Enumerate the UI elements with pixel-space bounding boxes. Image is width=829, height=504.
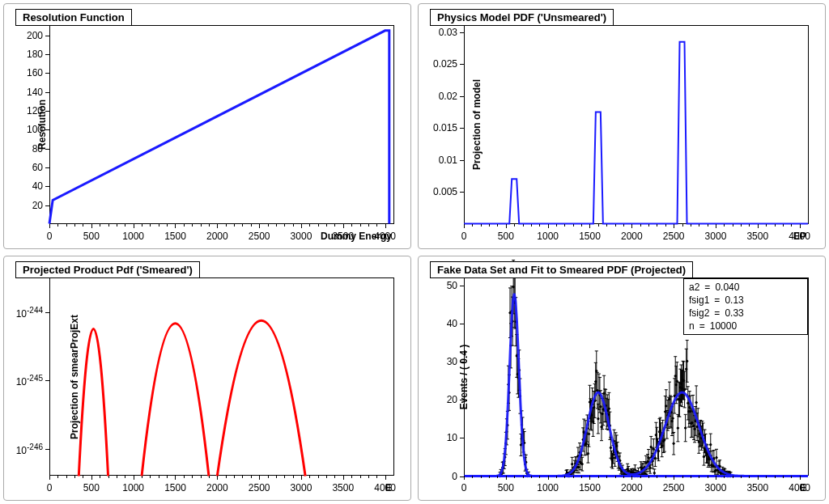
x-tick-label: 1500 [164,231,186,242]
x-tick-label: 4000 [374,231,396,242]
eq-icon: = [704,281,710,294]
x-tick-label: 2000 [206,482,228,493]
y-tick-label: 10-245 [16,374,43,388]
pad-resolution: Resolution Function Dummy Energy Resolut… [3,3,411,249]
stat-val-fsig1: 0.13 [725,294,743,307]
y-tick-label: 10-244 [16,305,43,319]
svg-point-711 [684,426,686,428]
stat-key-n: n [689,320,695,332]
curve-smeared [49,278,393,476]
x-tick-label: 3000 [705,482,727,493]
svg-point-675 [677,426,678,428]
svg-point-287 [596,370,597,371]
plot-area-physics: EP Projection of model 05001000150020002… [464,25,809,224]
x-tick-label: 1500 [164,482,186,493]
x-tick-label: 0 [461,482,467,493]
x-tick-label: 1000 [122,231,144,242]
x-tick-label: 3500 [746,482,768,493]
x-tick-label: 2000 [621,482,643,493]
eq-icon: = [699,320,705,332]
y-tick-label: 20 [447,394,457,405]
pad-fit: Fake Data Set and Fit to Smeared PDF (Pr… [418,256,826,502]
svg-point-103 [520,443,521,445]
stat-key-fsig1: fsig1 [689,294,709,307]
x-tick-label: 3500 [332,231,354,242]
stat-val-fsig2: 0.33 [725,307,743,320]
x-tick-label: 500 [498,482,514,493]
x-tick-label: 1000 [537,231,559,242]
x-tick-label: 500 [83,482,100,493]
svg-point-719 [687,360,688,362]
x-tick-label: 3000 [705,231,727,242]
y-tick-label: 100 [27,124,43,135]
y-tick-label: 0.025 [433,58,457,70]
svg-point-347 [608,407,610,409]
y-tick-label: 0.005 [433,186,457,197]
y-tick-label: 160 [27,67,43,78]
x-tick-label: 0 [47,231,53,242]
x-tick-label: 2500 [249,231,270,242]
y-tick-label: 0.015 [433,122,457,133]
title-fit: Fake Data Set and Fit to Smeared PDF (Pr… [430,261,693,278]
stat-val-n: 10000 [710,320,737,332]
svg-point-563 [653,472,655,473]
title-physics: Physics Model PDF ('Unsmeared') [430,9,614,26]
svg-point-355 [610,447,611,448]
y-tick-label: 180 [27,49,43,60]
y-tick-label: 30 [447,356,457,367]
x-tick-label: 500 [498,231,514,242]
y-tick-label: 10-246 [16,442,43,455]
x-tick-label: 1500 [579,231,601,242]
title-resolution: Resolution Function [15,9,132,26]
plot-area-fit: E Events / ( 0.4 ) a2 = 0.040 fsig1 = 0.… [464,277,809,476]
plot-area-resolution: Dummy Energy Resolution 0500100015002000… [49,25,394,224]
x-tick-label: 2000 [206,231,228,242]
y-tick-label: 200 [27,30,43,41]
x-tick-label: 1500 [579,482,601,493]
svg-point-375 [614,456,615,458]
stat-row-fsig1: fsig1 = 0.13 [689,294,802,307]
x-tick-label: 1000 [122,482,144,493]
eq-icon: = [714,307,720,320]
y-tick-label: 50 [447,280,457,291]
x-tick-label: 1000 [537,482,559,493]
x-tick-label: 4000 [789,231,810,242]
stat-key-fsig2: fsig2 [689,307,709,320]
svg-point-171 [572,463,573,464]
y-tick-label: 120 [27,105,43,116]
y-tick-label: 10 [447,432,457,443]
stat-val-a2: 0.040 [715,281,739,294]
x-tick-label: 2500 [249,482,270,493]
svg-point-247 [587,452,589,454]
stat-box: a2 = 0.040 fsig1 = 0.13 fsig2 = 0.33 n = [683,278,808,336]
x-tick-label: 2500 [663,231,685,242]
y-tick-label: 60 [32,162,43,173]
svg-point-543 [649,466,651,468]
x-tick-label: 2500 [663,482,685,493]
title-smeared: Projected Product Pdf ('Smeared') [15,261,200,278]
svg-point-203 [578,466,580,468]
x-tick-label: 3000 [291,231,312,242]
y-tick-label: 0.01 [439,155,457,166]
svg-point-251 [588,433,589,434]
y-tick-label: 0.03 [439,27,457,38]
curve-resolution [49,26,393,224]
svg-point-219 [581,463,583,464]
y-tick-label: 40 [447,318,457,329]
svg-point-295 [597,417,599,419]
svg-point-831 [710,443,712,445]
y-tick-label: 40 [32,180,43,192]
y-tick-label: 0 [452,471,457,482]
canvas-2x2: Resolution Function Dummy Energy Resolut… [0,0,829,504]
x-tick-label: 4000 [374,482,396,493]
svg-point-367 [612,453,614,455]
curve-physics [464,26,808,224]
pad-physics: Physics Model PDF ('Unsmeared') EP Proje… [418,3,826,249]
svg-point-583 [657,450,659,451]
stat-row-fsig2: fsig2 = 0.33 [689,307,802,320]
x-tick-label: 4000 [789,482,810,493]
y-tick-label: 140 [27,87,43,98]
y-tick-label: 80 [32,143,43,155]
svg-point-875 [719,465,721,467]
svg-point-651 [672,417,674,418]
